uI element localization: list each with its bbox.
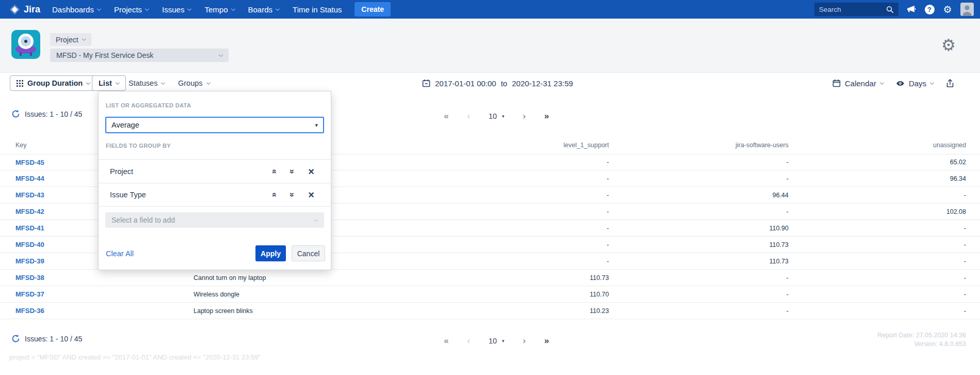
last-page-button[interactable]: »: [544, 112, 549, 120]
move-down-icon[interactable]: »: [288, 193, 297, 197]
value-unassigned: 96.34: [789, 175, 966, 182]
group-duration-button[interactable]: Group Duration: [10, 75, 97, 91]
prev-page-button[interactable]: ‹: [467, 336, 470, 345]
chevron-down-icon: [231, 6, 235, 10]
units-days-dropdown[interactable]: Days: [896, 79, 934, 88]
create-button[interactable]: Create: [355, 2, 391, 17]
issue-key-link[interactable]: MFSD-39: [15, 257, 44, 265]
issue-key-link[interactable]: MFSD-42: [15, 208, 44, 215]
value-jira-software-users: 110.73: [609, 241, 789, 248]
value-unassigned: -: [789, 241, 966, 248]
chevron-down-icon: [161, 80, 165, 84]
value-jira-software-users: -: [609, 307, 789, 315]
fields-to-group-by-list: Project « » × Issue Type « » ×: [99, 159, 331, 207]
issue-key-link[interactable]: MFSD-44: [15, 175, 44, 182]
search-icon: [886, 6, 894, 13]
next-page-button[interactable]: ›: [523, 112, 526, 120]
jira-logo-icon: [9, 4, 20, 15]
statuses-dropdown[interactable]: Statuses: [128, 75, 165, 91]
help-icon[interactable]: ?: [924, 4, 935, 14]
issues-summary-top: Issues: 1 - 10 / 45: [11, 110, 82, 118]
move-up-icon[interactable]: «: [270, 193, 279, 197]
nav-projects[interactable]: Projects: [107, 0, 155, 19]
apply-button[interactable]: Apply: [255, 245, 286, 261]
nav-issues[interactable]: Issues: [155, 0, 198, 19]
caret-down-icon: ▾: [315, 122, 318, 129]
chevron-down-icon: [276, 6, 280, 10]
next-page-button[interactable]: ›: [523, 336, 526, 345]
nav-time-in-status[interactable]: Time in Status: [286, 0, 348, 19]
scope-selector-button[interactable]: Project: [50, 33, 91, 46]
issue-key-link[interactable]: MFSD-37: [15, 290, 44, 298]
chevron-down-icon: [187, 6, 191, 10]
remove-field-icon[interactable]: ×: [308, 190, 314, 200]
calendar-icon: [422, 79, 430, 87]
table-row: MFSD-38 Cannot turn on my laptop 110.73 …: [0, 270, 980, 286]
value-level-1-support: -: [501, 175, 609, 182]
value-level-1-support: 110.23: [501, 307, 609, 315]
caret-down-icon: ▾: [502, 114, 505, 119]
page-size-select[interactable]: 10 ▾: [489, 112, 505, 120]
caret-down-icon: ▾: [502, 338, 505, 343]
issue-key-link[interactable]: MFSD-38: [15, 274, 44, 282]
nav-dashboards[interactable]: Dashboards: [45, 0, 107, 19]
chevron-down-icon: [86, 80, 90, 84]
field-label: Project: [110, 167, 272, 176]
page-size-select[interactable]: 10 ▾: [489, 337, 505, 345]
calendar-mode-dropdown[interactable]: Calendar: [832, 79, 883, 88]
brand-text: Jira: [24, 4, 40, 15]
list-dropdown-button[interactable]: List: [92, 75, 126, 91]
report-settings-gear-icon[interactable]: ⚙: [941, 37, 956, 53]
value-jira-software-users: 110.90: [609, 225, 789, 232]
value-unassigned: -: [789, 225, 966, 232]
version-text: Version: 4.8.0.653: [877, 340, 966, 349]
issue-key-link[interactable]: MFSD-40: [15, 241, 44, 248]
chevron-down-icon: [116, 80, 120, 84]
clear-all-link[interactable]: Clear All: [106, 249, 134, 258]
move-down-icon[interactable]: »: [288, 169, 297, 174]
value-level-1-support: -: [501, 159, 609, 166]
announcements-icon[interactable]: [906, 4, 917, 14]
aggregation-select[interactable]: Average ▾: [105, 117, 324, 133]
remove-field-icon[interactable]: ×: [308, 166, 314, 177]
issue-key-link[interactable]: MFSD-41: [15, 224, 44, 232]
chevron-down-icon: [145, 6, 149, 10]
user-avatar[interactable]: [960, 3, 974, 16]
value-level-1-support: -: [501, 192, 609, 199]
value-jira-software-users: -: [609, 175, 789, 182]
issue-key-link[interactable]: MFSD-36: [15, 307, 44, 315]
pagination-bottom: « ‹ 10 ▾ › »: [444, 336, 549, 345]
list-settings-panel: LIST OR AGGREGATED DATA Average ▾ FIELDS…: [98, 91, 331, 270]
groups-dropdown[interactable]: Groups: [178, 75, 210, 91]
jira-logo[interactable]: Jira: [9, 4, 40, 15]
value-unassigned: -: [789, 192, 966, 199]
move-up-icon[interactable]: «: [270, 169, 279, 174]
first-page-button[interactable]: «: [444, 112, 448, 120]
project-select[interactable]: MFSD - My First Service Desk: [50, 49, 229, 62]
calendar-icon: [832, 79, 841, 87]
issue-summary: Cannot turn on my laptop: [178, 274, 501, 282]
cancel-button[interactable]: Cancel: [292, 245, 325, 261]
value-unassigned: -: [789, 307, 966, 315]
eye-icon: [896, 81, 905, 86]
value-level-1-support: 110.73: [501, 274, 609, 282]
date-range-picker[interactable]: 2017-01-01 00:00 to 2020-12-31 23:59: [422, 75, 573, 91]
last-page-button[interactable]: »: [544, 336, 549, 345]
search-input[interactable]: Search: [814, 3, 898, 16]
refresh-icon[interactable]: [11, 110, 20, 118]
first-page-button[interactable]: «: [444, 336, 448, 345]
value-unassigned: -: [789, 258, 966, 265]
settings-gear-icon[interactable]: ⚙: [942, 4, 953, 14]
value-jira-software-users: 110.73: [609, 258, 789, 265]
nav-boards[interactable]: Boards: [242, 0, 286, 19]
add-field-select[interactable]: Select a field to add: [105, 212, 324, 228]
value-level-1-support: 110.70: [501, 291, 609, 298]
nav-tempo[interactable]: Tempo: [198, 0, 241, 19]
issue-key-link[interactable]: MFSD-43: [15, 191, 44, 199]
jql-query-text: project = "MFSD" AND created >= "2017-01…: [9, 353, 261, 361]
export-icon[interactable]: [946, 79, 954, 88]
issue-key-link[interactable]: MFSD-45: [15, 159, 44, 166]
pagination-top: « ‹ 10 ▾ › »: [444, 112, 549, 120]
prev-page-button[interactable]: ‹: [467, 112, 470, 120]
refresh-icon[interactable]: [11, 334, 20, 343]
